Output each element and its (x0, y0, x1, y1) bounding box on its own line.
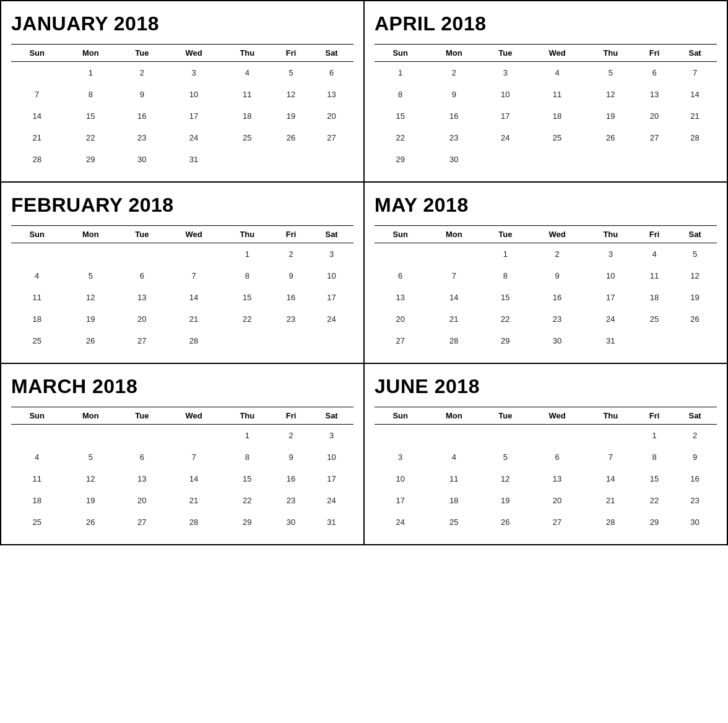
calendar-day[interactable] (63, 425, 118, 447)
calendar-day[interactable]: 14 (673, 84, 717, 105)
calendar-day[interactable]: 19 (63, 308, 118, 330)
calendar-day[interactable]: 3 (166, 62, 222, 84)
calendar-day[interactable]: 16 (272, 468, 310, 490)
calendar-day[interactable]: 24 (166, 127, 222, 149)
calendar-day[interactable]: 1 (222, 425, 272, 447)
calendar-day[interactable]: 25 (636, 308, 673, 330)
calendar-day[interactable] (586, 149, 636, 170)
calendar-day[interactable] (529, 425, 586, 447)
calendar-day[interactable]: 18 (222, 105, 272, 127)
calendar-day[interactable]: 16 (118, 105, 165, 127)
calendar-day[interactable]: 2 (118, 62, 165, 84)
calendar-day[interactable]: 11 (636, 265, 673, 287)
calendar-day[interactable]: 22 (63, 127, 118, 149)
calendar-day[interactable]: 27 (310, 127, 353, 149)
calendar-day[interactable]: 26 (272, 127, 310, 149)
calendar-day[interactable]: 30 (272, 511, 310, 533)
calendar-day[interactable]: 2 (272, 243, 310, 266)
calendar-day[interactable]: 14 (11, 105, 63, 127)
calendar-day[interactable]: 30 (673, 511, 717, 533)
calendar-day[interactable]: 19 (63, 490, 118, 511)
calendar-day[interactable]: 9 (118, 84, 165, 105)
calendar-day[interactable]: 21 (586, 490, 636, 511)
calendar-day[interactable]: 29 (375, 149, 426, 170)
calendar-day[interactable]: 13 (636, 84, 673, 105)
calendar-day[interactable]: 27 (118, 511, 165, 533)
calendar-day[interactable]: 31 (166, 149, 222, 170)
calendar-day[interactable]: 25 (222, 127, 272, 149)
calendar-day[interactable]: 6 (118, 446, 165, 468)
calendar-day[interactable]: 7 (166, 446, 222, 468)
calendar-day[interactable]: 12 (63, 468, 118, 490)
calendar-day[interactable]: 29 (636, 511, 673, 533)
calendar-day[interactable]: 15 (222, 287, 272, 308)
calendar-day[interactable]: 29 (222, 511, 272, 533)
calendar-day[interactable]: 28 (11, 149, 63, 170)
calendar-day[interactable] (272, 149, 310, 170)
calendar-day[interactable]: 10 (375, 468, 426, 490)
calendar-day[interactable]: 20 (636, 105, 673, 127)
calendar-day[interactable]: 15 (375, 105, 426, 127)
calendar-day[interactable]: 4 (222, 62, 272, 84)
calendar-day[interactable]: 21 (426, 308, 482, 330)
calendar-day[interactable]: 15 (482, 287, 529, 308)
calendar-day[interactable]: 6 (118, 265, 165, 287)
calendar-day[interactable]: 15 (63, 105, 118, 127)
calendar-day[interactable]: 11 (222, 84, 272, 105)
calendar-day[interactable]: 10 (310, 265, 353, 287)
calendar-day[interactable]: 18 (11, 490, 63, 511)
calendar-day[interactable]: 23 (272, 490, 310, 511)
calendar-day[interactable] (310, 330, 353, 352)
calendar-day[interactable]: 31 (310, 511, 353, 533)
calendar-day[interactable]: 7 (586, 446, 636, 468)
calendar-day[interactable]: 17 (375, 490, 426, 511)
calendar-day[interactable]: 17 (310, 468, 353, 490)
calendar-day[interactable]: 4 (11, 446, 63, 468)
calendar-day[interactable]: 28 (673, 127, 717, 149)
calendar-day[interactable]: 5 (272, 62, 310, 84)
calendar-day[interactable]: 25 (11, 511, 63, 533)
calendar-day[interactable]: 17 (310, 287, 353, 308)
calendar-day[interactable]: 10 (166, 84, 222, 105)
calendar-day[interactable]: 11 (11, 468, 63, 490)
calendar-day[interactable]: 8 (482, 265, 529, 287)
calendar-day[interactable]: 27 (636, 127, 673, 149)
calendar-day[interactable]: 20 (118, 490, 165, 511)
calendar-day[interactable]: 25 (11, 330, 63, 352)
calendar-day[interactable]: 21 (166, 490, 222, 511)
calendar-day[interactable]: 10 (586, 265, 636, 287)
calendar-day[interactable]: 4 (426, 446, 482, 468)
calendar-day[interactable]: 10 (310, 446, 353, 468)
calendar-day[interactable]: 12 (63, 287, 118, 308)
calendar-day[interactable]: 29 (63, 149, 118, 170)
calendar-day[interactable]: 11 (11, 287, 63, 308)
calendar-day[interactable]: 1 (375, 62, 426, 84)
calendar-day[interactable]: 1 (63, 62, 118, 84)
calendar-day[interactable]: 26 (63, 511, 118, 533)
calendar-day[interactable]: 9 (426, 84, 482, 105)
calendar-day[interactable] (375, 425, 426, 447)
calendar-day[interactable] (426, 243, 482, 266)
calendar-day[interactable]: 13 (529, 468, 586, 490)
calendar-day[interactable]: 23 (673, 490, 717, 511)
calendar-day[interactable]: 18 (529, 105, 586, 127)
calendar-day[interactable]: 6 (529, 446, 586, 468)
calendar-day[interactable]: 14 (586, 468, 636, 490)
calendar-day[interactable]: 11 (426, 468, 482, 490)
calendar-day[interactable]: 28 (586, 511, 636, 533)
calendar-day[interactable]: 22 (222, 308, 272, 330)
calendar-day[interactable]: 21 (11, 127, 63, 149)
calendar-day[interactable]: 11 (529, 84, 586, 105)
calendar-day[interactable]: 26 (673, 308, 717, 330)
calendar-day[interactable]: 22 (482, 308, 529, 330)
calendar-day[interactable]: 8 (222, 265, 272, 287)
calendar-day[interactable]: 5 (673, 243, 717, 266)
calendar-day[interactable]: 19 (586, 105, 636, 127)
calendar-day[interactable] (310, 149, 353, 170)
calendar-day[interactable]: 30 (118, 149, 165, 170)
calendar-day[interactable]: 23 (426, 127, 482, 149)
calendar-day[interactable]: 1 (222, 243, 272, 266)
calendar-day[interactable]: 19 (272, 105, 310, 127)
calendar-day[interactable]: 27 (529, 511, 586, 533)
calendar-day[interactable] (166, 243, 222, 266)
